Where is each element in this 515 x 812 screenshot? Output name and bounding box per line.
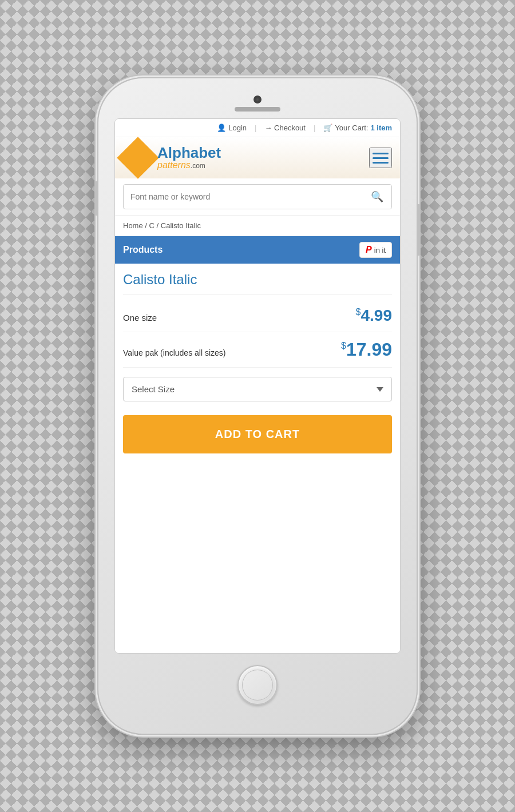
phone-screen: 👤 Login | → Checkout | 🛒 Your Cart: 1 it… (114, 118, 401, 654)
user-icon: 👤 (217, 124, 226, 132)
products-label: Products (123, 245, 163, 255)
cart-label: Your Cart: (335, 124, 368, 132)
search-box: 🔍 (123, 184, 392, 209)
breadcrumb-current: Calisto Italic (161, 221, 201, 230)
separator-2: | (314, 124, 315, 132)
select-area: Select Size One size - $4.99 Value pak -… (123, 377, 392, 401)
cart-area: 🛒 Your Cart: 1 item (323, 124, 392, 132)
divider-1 (123, 294, 392, 295)
price-value-pak-value: $17.99 (341, 339, 392, 360)
pin-it-button[interactable]: P in it (359, 242, 392, 258)
camera (253, 95, 262, 104)
logo-container: Alphabet patterns.com (123, 143, 221, 173)
price-row-value-pak: Value pak (includes all sizes) $17.99 (123, 332, 392, 368)
add-to-cart-button[interactable]: ADD TO CART (123, 415, 392, 453)
breadcrumb-home[interactable]: Home (123, 221, 145, 230)
home-button[interactable] (237, 665, 278, 705)
price-one-size-label: One size (123, 313, 157, 323)
breadcrumb-c[interactable]: C (149, 221, 157, 230)
phone-bottom (237, 665, 278, 705)
logo-alphabet: Alphabet (157, 145, 221, 160)
hamburger-line-2 (373, 157, 389, 159)
logo-text-area: Alphabet patterns.com (157, 145, 221, 170)
speaker (235, 107, 280, 112)
checkout-label: → Checkout (264, 124, 306, 132)
header-top-bar: 👤 Login | → Checkout | 🛒 Your Cart: 1 it… (115, 119, 400, 137)
cart-count-link[interactable]: 1 item (370, 124, 392, 132)
size-select[interactable]: Select Size One size - $4.99 Value pak -… (123, 377, 392, 401)
phone-top (98, 95, 417, 112)
cart-icon: 🛒 (323, 124, 332, 132)
cart-count: 1 item (370, 124, 392, 132)
price-one-size-currency: $ (356, 307, 361, 317)
phone-frame: 👤 Login | → Checkout | 🛒 Your Cart: 1 it… (97, 77, 418, 735)
price-value-pak-label: Value pak (includes all sizes) (123, 348, 226, 357)
product-title: Calisto Italic (123, 272, 392, 288)
breadcrumb-sep-2: / (157, 221, 161, 230)
pin-it-p: P (366, 245, 372, 255)
search-input[interactable] (124, 186, 363, 207)
pin-it-text: in it (374, 246, 386, 254)
home-button-inner (242, 670, 273, 700)
header-logo: Alphabet patterns.com (115, 137, 400, 178)
hamburger-line-1 (373, 153, 389, 154)
price-row-one-size: One size $4.99 (123, 300, 392, 332)
logo-patterns: patterns (157, 160, 191, 170)
hamburger-line-3 (373, 162, 389, 164)
separator-1: | (255, 124, 256, 132)
logo-patterns-line: patterns.com (157, 160, 221, 170)
checkout-link[interactable]: → Checkout (264, 124, 306, 132)
hamburger-button[interactable] (369, 148, 392, 168)
login-link[interactable]: 👤 Login (217, 124, 247, 132)
search-area: 🔍 (115, 178, 400, 216)
breadcrumb: Home / C / Calisto Italic (115, 216, 400, 236)
search-button[interactable]: 🔍 (363, 185, 391, 209)
logo-com: .com (191, 162, 205, 170)
breadcrumb-sep-1: / (145, 221, 149, 230)
search-icon: 🔍 (371, 191, 383, 202)
products-header: Products P in it (115, 236, 400, 264)
login-label: Login (228, 124, 247, 132)
price-one-size-value: $4.99 (356, 307, 392, 325)
price-value-pak-currency: $ (341, 341, 346, 351)
product-content: Calisto Italic One size $4.99 Value pak … (115, 264, 400, 653)
logo-diamond (117, 137, 159, 179)
